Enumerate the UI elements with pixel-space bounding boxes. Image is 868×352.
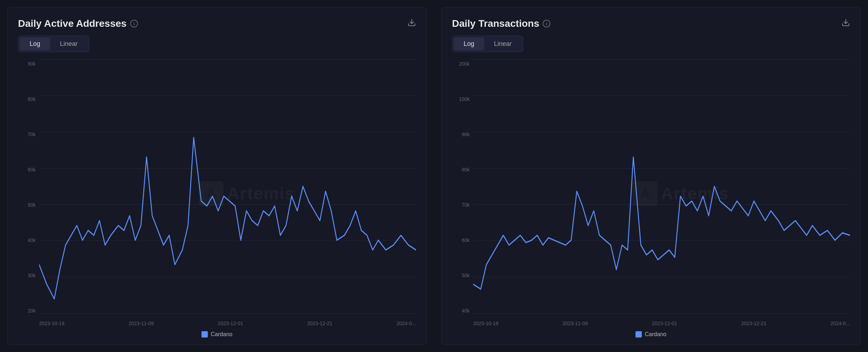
x-label-4: 2023-12-21 bbox=[307, 321, 333, 326]
y-label-70k: 70k bbox=[18, 132, 39, 137]
y-label-20k: 20k bbox=[18, 308, 39, 314]
legend-box-1 bbox=[201, 331, 208, 338]
y-axis-1: 90k 80k 70k 60k 50k 40k 30k 20k bbox=[18, 59, 39, 328]
chart-header-2: Daily Transactions i bbox=[452, 18, 850, 29]
chart-title-2: Daily Transactions bbox=[452, 18, 539, 29]
y-label-80k: 80k bbox=[18, 96, 39, 102]
toggle-linear-1[interactable]: Linear bbox=[50, 37, 88, 50]
chart-area-1: 90k 80k 70k 60k 50k 40k 30k 20k bbox=[18, 59, 416, 328]
x-axis-1: 2023-10-19 2023-11-09 2023-12-01 2023-12… bbox=[39, 314, 416, 328]
chart-header-1: Daily Active Addresses i bbox=[18, 18, 416, 29]
toggle-group-1: Log Linear bbox=[18, 36, 89, 52]
daily-active-addresses-panel: Daily Active Addresses i Log Linear 90k … bbox=[7, 7, 427, 345]
legend-1: Cardano bbox=[18, 331, 416, 338]
y-label-90k: 90k bbox=[18, 61, 39, 67]
y-label-50k: 50k bbox=[18, 202, 39, 208]
chart-body-1: A Artemis 2023-10-19 2023-11-09 2023-12-… bbox=[39, 59, 416, 328]
toggle-log-1[interactable]: Log bbox=[20, 37, 50, 50]
download-button-1[interactable] bbox=[408, 18, 416, 29]
y-label-70k-2: 70k bbox=[452, 202, 473, 208]
svg-chart-1 bbox=[39, 59, 416, 314]
y-label-60k: 60k bbox=[18, 167, 39, 172]
y-axis-2: 200k 100k 90k 80k 70k 60k 50k 40k bbox=[452, 59, 473, 328]
legend-2: Cardano bbox=[452, 331, 850, 338]
x-label-2-2: 2023-11-09 bbox=[562, 321, 588, 326]
y-label-90k-2: 90k bbox=[452, 132, 473, 137]
toggle-group-2: Log Linear bbox=[452, 36, 523, 52]
x-label-2: 2023-11-09 bbox=[128, 321, 154, 326]
y-label-40k-2: 40k bbox=[452, 308, 473, 314]
chart-area-2: 200k 100k 90k 80k 70k 60k 50k 40k bbox=[452, 59, 850, 328]
info-icon-2[interactable]: i bbox=[543, 20, 550, 28]
chart-body-2: A Artemis 2023-10-19 2023-11-09 2023-12-… bbox=[473, 59, 850, 328]
title-row-1: Daily Active Addresses i bbox=[18, 18, 138, 29]
daily-transactions-panel: Daily Transactions i Log Linear 200k 100… bbox=[441, 7, 861, 345]
x-axis-2: 2023-10-19 2023-11-09 2023-12-01 2023-12… bbox=[473, 314, 850, 328]
y-label-80k-2: 80k bbox=[452, 167, 473, 172]
x-label-2-3: 2023-12-01 bbox=[652, 321, 677, 326]
chart-title-1: Daily Active Addresses bbox=[18, 18, 127, 29]
y-label-200k: 200k bbox=[452, 61, 473, 67]
y-label-100k: 100k bbox=[452, 96, 473, 102]
legend-box-2 bbox=[635, 331, 642, 338]
x-label-5: 2024-0... bbox=[397, 321, 416, 326]
svg-chart-2 bbox=[473, 59, 850, 314]
download-button-2[interactable] bbox=[842, 18, 850, 29]
y-label-30k: 30k bbox=[18, 273, 39, 278]
x-label-1: 2023-10-19 bbox=[39, 321, 65, 326]
toggle-linear-2[interactable]: Linear bbox=[484, 37, 522, 50]
legend-label-1: Cardano bbox=[211, 331, 232, 338]
toggle-log-2[interactable]: Log bbox=[454, 37, 484, 50]
info-icon-1[interactable]: i bbox=[130, 20, 138, 28]
y-label-60k-2: 60k bbox=[452, 237, 473, 243]
y-label-40k: 40k bbox=[18, 237, 39, 243]
y-label-50k-2: 50k bbox=[452, 273, 473, 278]
x-label-2-4: 2023-12-21 bbox=[741, 321, 767, 326]
x-label-2-1: 2023-10-19 bbox=[473, 321, 499, 326]
x-label-3: 2023-12-01 bbox=[218, 321, 243, 326]
title-row-2: Daily Transactions i bbox=[452, 18, 550, 29]
x-label-2-5: 2024-0... bbox=[831, 321, 850, 326]
legend-label-2: Cardano bbox=[645, 331, 666, 338]
